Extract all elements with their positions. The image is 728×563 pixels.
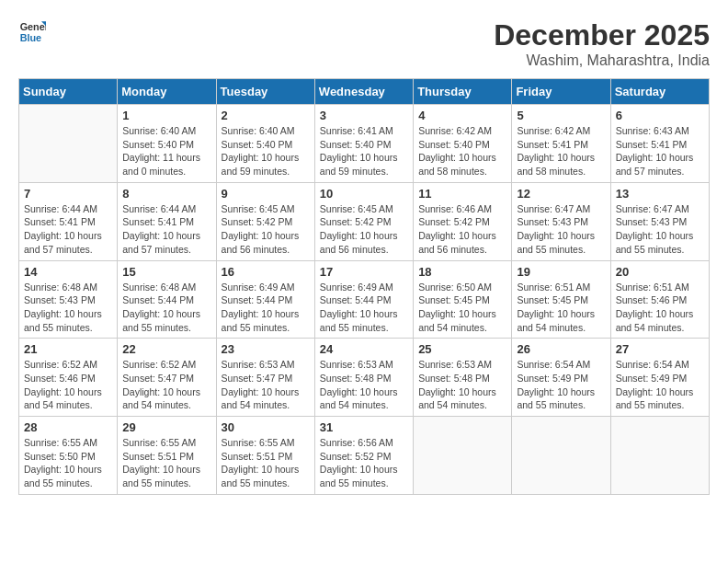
day-info: Sunrise: 6:53 AM Sunset: 5:48 PM Dayligh… (418, 358, 506, 412)
day-number: 12 (517, 187, 605, 201)
day-number: 24 (320, 342, 408, 356)
table-row (512, 417, 610, 495)
day-info: Sunrise: 6:54 AM Sunset: 5:49 PM Dayligh… (616, 358, 704, 412)
table-row: 30Sunrise: 6:55 AM Sunset: 5:51 PM Dayli… (216, 417, 314, 495)
day-info: Sunrise: 6:46 AM Sunset: 5:42 PM Dayligh… (418, 202, 506, 257)
table-row: 2Sunrise: 6:40 AM Sunset: 5:40 PM Daylig… (216, 105, 314, 183)
day-number: 5 (517, 109, 605, 122)
day-number: 15 (122, 265, 210, 279)
day-info: Sunrise: 6:48 AM Sunset: 5:44 PM Dayligh… (122, 281, 210, 335)
header-monday: Monday (118, 79, 216, 105)
day-info: Sunrise: 6:51 AM Sunset: 5:46 PM Dayligh… (616, 281, 704, 335)
day-number: 3 (320, 109, 408, 122)
table-row: 22Sunrise: 6:52 AM Sunset: 5:47 PM Dayli… (118, 339, 216, 417)
page-header: General Blue General Blue December 2025 … (18, 18, 710, 69)
calendar-week-row: 21Sunrise: 6:52 AM Sunset: 5:46 PM Dayli… (19, 339, 710, 417)
table-row: 15Sunrise: 6:48 AM Sunset: 5:44 PM Dayli… (118, 260, 216, 339)
day-info: Sunrise: 6:44 AM Sunset: 5:41 PM Dayligh… (122, 202, 210, 257)
day-number: 8 (122, 187, 210, 201)
day-number: 21 (24, 342, 112, 356)
day-info: Sunrise: 6:54 AM Sunset: 5:49 PM Dayligh… (517, 358, 605, 412)
table-row: 6Sunrise: 6:43 AM Sunset: 5:41 PM Daylig… (610, 105, 709, 183)
day-number: 29 (122, 420, 210, 434)
day-info: Sunrise: 6:40 AM Sunset: 5:40 PM Dayligh… (122, 124, 210, 178)
day-info: Sunrise: 6:50 AM Sunset: 5:45 PM Dayligh… (418, 281, 506, 335)
table-row: 23Sunrise: 6:53 AM Sunset: 5:47 PM Dayli… (216, 339, 314, 417)
header-saturday: Saturday (610, 79, 709, 105)
day-number: 9 (222, 187, 310, 201)
table-row: 5Sunrise: 6:42 AM Sunset: 5:41 PM Daylig… (512, 105, 610, 183)
day-number: 11 (418, 187, 506, 201)
table-row: 21Sunrise: 6:52 AM Sunset: 5:46 PM Dayli… (19, 339, 118, 417)
day-info: Sunrise: 6:55 AM Sunset: 5:51 PM Dayligh… (122, 436, 210, 490)
table-row: 31Sunrise: 6:56 AM Sunset: 5:52 PM Dayli… (314, 417, 413, 495)
header-tuesday: Tuesday (216, 79, 314, 105)
calendar-week-row: 7Sunrise: 6:44 AM Sunset: 5:41 PM Daylig… (19, 182, 710, 260)
table-row: 28Sunrise: 6:55 AM Sunset: 5:50 PM Dayli… (19, 417, 118, 495)
day-number: 27 (616, 342, 704, 356)
table-row: 7Sunrise: 6:44 AM Sunset: 5:41 PM Daylig… (19, 182, 118, 260)
calendar-week-row: 14Sunrise: 6:48 AM Sunset: 5:43 PM Dayli… (19, 260, 710, 339)
table-row: 26Sunrise: 6:54 AM Sunset: 5:49 PM Dayli… (512, 339, 610, 417)
table-row: 8Sunrise: 6:44 AM Sunset: 5:41 PM Daylig… (118, 182, 216, 260)
table-row: 14Sunrise: 6:48 AM Sunset: 5:43 PM Dayli… (19, 260, 118, 339)
day-info: Sunrise: 6:45 AM Sunset: 5:42 PM Dayligh… (320, 202, 408, 257)
logo: General Blue General Blue (18, 18, 46, 46)
logo-icon: General Blue (18, 18, 46, 46)
table-row: 13Sunrise: 6:47 AM Sunset: 5:43 PM Dayli… (610, 182, 709, 260)
day-info: Sunrise: 6:43 AM Sunset: 5:41 PM Dayligh… (616, 124, 704, 178)
day-number: 28 (24, 420, 112, 434)
table-row: 20Sunrise: 6:51 AM Sunset: 5:46 PM Dayli… (610, 260, 709, 339)
table-row: 12Sunrise: 6:47 AM Sunset: 5:43 PM Dayli… (512, 182, 610, 260)
day-number: 13 (616, 187, 704, 201)
table-row: 11Sunrise: 6:46 AM Sunset: 5:42 PM Dayli… (414, 182, 512, 260)
day-info: Sunrise: 6:42 AM Sunset: 5:41 PM Dayligh… (517, 124, 605, 178)
table-row: 29Sunrise: 6:55 AM Sunset: 5:51 PM Dayli… (118, 417, 216, 495)
day-number: 30 (222, 420, 310, 434)
location-subtitle: Washim, Maharashtra, India (494, 52, 710, 69)
day-info: Sunrise: 6:47 AM Sunset: 5:43 PM Dayligh… (616, 202, 704, 257)
calendar-week-row: 28Sunrise: 6:55 AM Sunset: 5:50 PM Dayli… (19, 417, 710, 495)
day-info: Sunrise: 6:49 AM Sunset: 5:44 PM Dayligh… (320, 281, 408, 335)
table-row: 18Sunrise: 6:50 AM Sunset: 5:45 PM Dayli… (414, 260, 512, 339)
day-info: Sunrise: 6:56 AM Sunset: 5:52 PM Dayligh… (320, 436, 408, 490)
day-number: 25 (418, 342, 506, 356)
day-number: 6 (616, 109, 704, 122)
svg-text:Blue: Blue (20, 32, 41, 43)
day-info: Sunrise: 6:53 AM Sunset: 5:47 PM Dayligh… (222, 358, 310, 412)
table-row: 10Sunrise: 6:45 AM Sunset: 5:42 PM Dayli… (314, 182, 413, 260)
day-number: 7 (24, 187, 112, 201)
day-info: Sunrise: 6:55 AM Sunset: 5:50 PM Dayligh… (24, 436, 112, 490)
title-block: December 2025 Washim, Maharashtra, India (494, 18, 710, 69)
day-number: 17 (320, 265, 408, 279)
day-info: Sunrise: 6:45 AM Sunset: 5:42 PM Dayligh… (222, 202, 310, 257)
day-number: 22 (122, 342, 210, 356)
calendar-table: Sunday Monday Tuesday Wednesday Thursday… (18, 78, 710, 495)
day-info: Sunrise: 6:52 AM Sunset: 5:46 PM Dayligh… (24, 358, 112, 412)
day-number: 1 (122, 109, 210, 122)
day-info: Sunrise: 6:41 AM Sunset: 5:40 PM Dayligh… (320, 124, 408, 178)
table-row: 24Sunrise: 6:53 AM Sunset: 5:48 PM Dayli… (314, 339, 413, 417)
table-row: 19Sunrise: 6:51 AM Sunset: 5:45 PM Dayli… (512, 260, 610, 339)
day-info: Sunrise: 6:40 AM Sunset: 5:40 PM Dayligh… (222, 124, 310, 178)
day-number: 23 (222, 342, 310, 356)
table-row: 3Sunrise: 6:41 AM Sunset: 5:40 PM Daylig… (314, 105, 413, 183)
header-thursday: Thursday (414, 79, 512, 105)
day-number: 14 (24, 265, 112, 279)
day-number: 16 (222, 265, 310, 279)
day-info: Sunrise: 6:55 AM Sunset: 5:51 PM Dayligh… (222, 436, 310, 490)
calendar-week-row: 1Sunrise: 6:40 AM Sunset: 5:40 PM Daylig… (19, 105, 710, 183)
day-number: 20 (616, 265, 704, 279)
day-number: 26 (517, 342, 605, 356)
day-info: Sunrise: 6:51 AM Sunset: 5:45 PM Dayligh… (517, 281, 605, 335)
table-row: 4Sunrise: 6:42 AM Sunset: 5:40 PM Daylig… (414, 105, 512, 183)
day-number: 10 (320, 187, 408, 201)
day-number: 2 (222, 109, 310, 122)
day-number: 4 (418, 109, 506, 122)
weekday-header-row: Sunday Monday Tuesday Wednesday Thursday… (19, 79, 710, 105)
table-row: 17Sunrise: 6:49 AM Sunset: 5:44 PM Dayli… (314, 260, 413, 339)
day-number: 18 (418, 265, 506, 279)
table-row: 27Sunrise: 6:54 AM Sunset: 5:49 PM Dayli… (610, 339, 709, 417)
day-number: 19 (517, 265, 605, 279)
day-info: Sunrise: 6:52 AM Sunset: 5:47 PM Dayligh… (122, 358, 210, 412)
